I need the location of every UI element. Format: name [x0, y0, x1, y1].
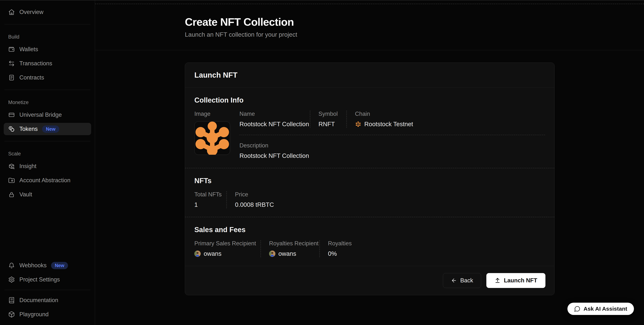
rootstock-chain-icon	[355, 121, 361, 127]
sidebar-item-contracts[interactable]: Contracts	[4, 71, 91, 84]
total-nfts-value: 1	[194, 201, 226, 208]
sidebar-section-scale: Scale	[4, 151, 91, 157]
sidebar-item-label: Universal Bridge	[20, 111, 62, 118]
price-cell: Price 0.0008 tRBTC	[226, 191, 274, 208]
sidebar-divider	[4, 24, 90, 24]
image-label: Image	[194, 111, 240, 117]
card-title: Launch NFT	[194, 71, 545, 79]
sidebar-item-label: Wallets	[20, 46, 38, 53]
package-search-icon	[8, 163, 15, 170]
chat-bubble-icon	[574, 306, 580, 312]
home-icon	[8, 9, 15, 15]
description-value: Rootstock NFT Collection	[240, 152, 545, 159]
back-button[interactable]: Back	[443, 273, 481, 288]
total-nfts-label: Total NFTs	[194, 191, 226, 198]
avatar	[269, 251, 276, 257]
chain-cell: Chain	[346, 111, 545, 128]
sidebar-item-wallets[interactable]: Wallets	[4, 43, 91, 55]
card-header: Launch NFT	[185, 63, 554, 88]
wallet-icon	[8, 46, 15, 53]
sidebar-item-universal-bridge[interactable]: Universal Bridge	[4, 109, 91, 121]
sidebar: Overview Build Wallets Transactions Cont…	[0, 0, 95, 325]
sidebar-item-tokens[interactable]: Tokens New	[4, 123, 91, 135]
sidebar-item-label: Transactions	[20, 60, 52, 67]
sidebar-item-label: Documentation	[20, 297, 58, 304]
sidebar-divider	[4, 90, 90, 90]
sidebar-item-label: Account Abstraction	[20, 177, 70, 184]
sales-fees-heading: Sales and Fees	[194, 226, 545, 234]
dashed-divider	[240, 135, 545, 135]
primary-sales-label: Primary Sales Recipient	[194, 240, 260, 247]
name-label: Name	[240, 111, 310, 117]
price-label: Price	[235, 191, 274, 198]
launch-nft-card: Launch NFT Collection Info Image	[185, 62, 554, 295]
symbol-label: Symbol	[318, 111, 346, 117]
credit-card-icon	[8, 111, 15, 118]
sidebar-item-project-settings[interactable]: Project Settings	[4, 274, 91, 286]
royalties-label: Royalties	[328, 240, 352, 247]
sidebar-item-label: Insight	[20, 163, 36, 170]
image-column: Image	[194, 111, 240, 159]
price-value: 0.0008 tRBTC	[235, 201, 274, 208]
sidebar-item-overview[interactable]: Overview	[4, 6, 91, 18]
cube-icon	[8, 311, 15, 318]
symbol-cell: Symbol RNFT	[310, 111, 346, 128]
launch-nft-button[interactable]: Launch NFT	[486, 273, 546, 288]
sidebar-section-monetize: Monetize	[4, 100, 91, 105]
sidebar-item-playground[interactable]: Playground	[4, 308, 91, 321]
page-header: Create NFT Collection Launch an NFT coll…	[95, 4, 644, 50]
sidebar-divider	[4, 290, 90, 290]
ask-ai-assistant-label: Ask AI Assistant	[584, 306, 627, 312]
page-subtitle: Launch an NFT collection for your projec…	[185, 31, 633, 38]
primary-sales-value: owans	[204, 250, 222, 257]
ask-ai-assistant-button[interactable]: Ask AI Assistant	[568, 303, 634, 315]
sidebar-item-account-abstraction[interactable]: Account Abstraction	[4, 174, 91, 187]
chain-label: Chain	[355, 111, 545, 117]
coins-icon	[8, 126, 15, 132]
sidebar-item-label: Contracts	[20, 74, 44, 81]
launch-nft-button-label: Launch NFT	[504, 277, 537, 284]
document-icon	[8, 74, 15, 81]
arrow-left-icon	[451, 278, 457, 284]
sales-fees-section: Sales and Fees Primary Sales Recipient o…	[185, 217, 554, 266]
book-icon	[8, 297, 15, 304]
sidebar-item-label: Overview	[20, 9, 44, 15]
sidebar-divider	[4, 141, 90, 141]
sidebar-item-documentation[interactable]: Documentation	[4, 294, 91, 306]
avatar	[194, 251, 201, 257]
upload-icon	[494, 278, 500, 284]
top-dashed-divider	[95, 0, 644, 4]
collection-image	[194, 121, 230, 155]
total-nfts-cell: Total NFTs 1	[194, 191, 226, 208]
royalties-value: 0%	[328, 250, 352, 257]
app-root: Overview Build Wallets Transactions Cont…	[0, 0, 644, 325]
nfts-heading: NFTs	[194, 177, 545, 185]
chain-value: Rootstock Testnet	[364, 121, 413, 128]
back-button-label: Back	[460, 277, 473, 284]
sidebar-item-webhooks[interactable]: Webhooks New	[4, 259, 91, 272]
sidebar-item-label: Playground	[20, 311, 49, 318]
description-label: Description	[240, 142, 545, 149]
sidebar-item-label: Project Settings	[20, 276, 60, 283]
info-column: Name Rootstock NFT Collection Symbol RNF…	[240, 111, 545, 159]
content-area: Launch NFT Collection Info Image	[95, 50, 644, 295]
royalties-recipient-value: owans	[278, 250, 296, 257]
sidebar-item-label: Webhooks	[20, 262, 46, 269]
main-area: Create NFT Collection Launch an NFT coll…	[95, 0, 644, 325]
new-badge: New	[51, 262, 68, 269]
royalties-cell: Royalties 0%	[320, 240, 352, 257]
new-badge: New	[42, 125, 59, 133]
sidebar-item-vault[interactable]: Vault	[4, 188, 91, 201]
sidebar-item-label: Vault	[20, 191, 32, 198]
sidebar-bottom-group: Webhooks New Project Settings Documentat…	[4, 259, 91, 321]
royalties-recipient-cell: Royalties Recipient owans	[260, 240, 320, 257]
sidebar-item-label: Tokens	[20, 126, 38, 132]
royalties-recipient-label: Royalties Recipient	[269, 240, 320, 247]
nfts-section: NFTs Total NFTs 1 Price 0.0008 tRBTC	[185, 168, 554, 217]
name-value: Rootstock NFT Collection	[240, 121, 310, 128]
arrows-left-right-icon	[8, 60, 15, 67]
sidebar-item-insight[interactable]: Insight	[4, 160, 91, 172]
folder-icon	[8, 177, 15, 184]
rootstock-logo-image	[194, 122, 230, 155]
sidebar-item-transactions[interactable]: Transactions	[4, 57, 91, 70]
